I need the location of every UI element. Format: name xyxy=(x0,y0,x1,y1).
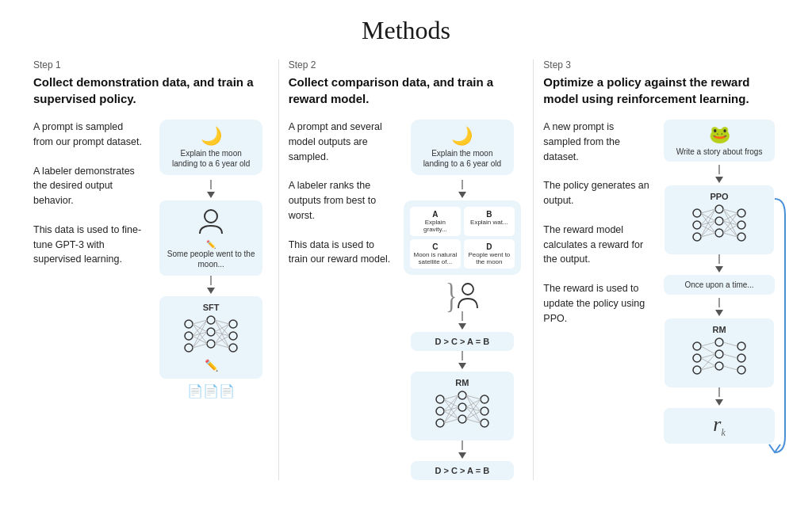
ppo-neural-svg xyxy=(688,201,751,245)
step2-text3: This data is used to train our reward mo… xyxy=(289,238,393,268)
svg-point-60 xyxy=(715,217,723,225)
step3-text4: The reward is used to update the policy … xyxy=(543,281,652,326)
svg-point-0 xyxy=(205,210,217,223)
pencil2-icon: ✏️ xyxy=(166,359,256,372)
svg-point-91 xyxy=(737,366,745,374)
arrow1 xyxy=(210,180,212,189)
arrow2 xyxy=(210,276,212,285)
grid-cell-b: B Explain wat... xyxy=(464,207,515,236)
svg-line-50 xyxy=(466,399,481,407)
step3-title: Optimize a policy against the reward mod… xyxy=(543,74,779,107)
svg-point-33 xyxy=(458,403,466,411)
step2-label: Step 2 xyxy=(289,59,524,71)
grid-cell-a: A Explain gravity... xyxy=(410,207,461,236)
svg-point-57 xyxy=(693,221,701,229)
step2-arrow3 xyxy=(462,351,463,360)
svg-point-31 xyxy=(436,419,444,427)
svg-point-30 xyxy=(436,407,444,415)
step3-ppo-card: PPO xyxy=(665,185,774,254)
step2-moon-icon: 🌙 xyxy=(419,126,506,147)
step3-prompt-card: 🐸 Write a story about frogs xyxy=(664,120,775,162)
step1-labeler-card: ✏️ Some people went to the moon... xyxy=(159,200,262,276)
svg-point-64 xyxy=(737,233,745,241)
svg-point-37 xyxy=(481,419,488,427)
svg-point-28 xyxy=(462,284,473,295)
svg-point-84 xyxy=(693,354,701,362)
brace-labeler-row: } xyxy=(446,281,479,310)
frog-icon: 🐸 xyxy=(672,124,767,145)
page-container: Methods Step 1 Collect demonstration dat… xyxy=(0,0,812,530)
pencil-icon: ✏️ xyxy=(166,240,256,249)
step1-text3: This data is used to fine-tune GPT-3 wit… xyxy=(33,223,146,267)
moon-icon: 🌙 xyxy=(167,126,255,147)
columns-container: Step 1 Collect demonstration data, and t… xyxy=(24,59,788,480)
step2-grid-card: A Explain gravity... B Explain wat... C … xyxy=(404,200,521,275)
step3-arrow2-head xyxy=(715,266,723,273)
ppo-label: PPO xyxy=(671,192,768,201)
svg-point-9 xyxy=(229,344,237,352)
step3-rm-card: RM xyxy=(665,318,774,387)
step1-text2: A labeler demonstrates the desired outpu… xyxy=(33,164,146,208)
svg-line-81 xyxy=(723,225,737,233)
step1-text1: A prompt is sampled from our prompt data… xyxy=(33,120,146,150)
svg-point-87 xyxy=(715,350,723,358)
step3-text1: A new prompt is sampled from the dataset… xyxy=(543,120,652,164)
svg-point-8 xyxy=(229,332,237,340)
svg-line-93 xyxy=(701,346,715,354)
step2-arrow1 xyxy=(462,180,463,189)
person-svg xyxy=(197,207,225,235)
step2-arrow3-head xyxy=(458,363,466,369)
svg-point-5 xyxy=(207,328,215,336)
step1-card1-text: Explain the moon landing to a 6 year old xyxy=(167,148,255,169)
svg-point-32 xyxy=(458,391,466,399)
svg-point-1 xyxy=(185,320,193,328)
step2-arrow4-head xyxy=(458,452,466,459)
step3-visual: 🐸 Write a story about frogs PPO xyxy=(660,120,779,447)
step3-text2: The policy generates an output. xyxy=(543,178,652,208)
step3-arrow1-head xyxy=(715,177,723,183)
sft-neural-svg xyxy=(179,312,243,356)
step3-arrow4 xyxy=(718,387,720,397)
step3-arrow4-head xyxy=(715,399,723,406)
step3-output-card: Once upon a time... xyxy=(664,275,775,295)
svg-point-6 xyxy=(207,340,215,348)
step2-person-svg xyxy=(457,281,479,310)
svg-point-89 xyxy=(737,342,745,350)
step2-arrow4 xyxy=(462,440,463,450)
page-title: Methods xyxy=(24,16,788,45)
step1-sft-card: SFT xyxy=(159,296,262,379)
step3-arrow1 xyxy=(718,165,720,174)
svg-point-35 xyxy=(481,395,488,403)
step3-rm-neural-svg xyxy=(688,334,751,378)
svg-line-54 xyxy=(466,411,481,419)
step2-text: A prompt and several model outputs are s… xyxy=(289,120,393,480)
step3-card1-text: Write a story about frogs xyxy=(672,147,767,157)
step3-text3: The reward model calculates a reward for… xyxy=(543,223,652,267)
step1-column: Step 1 Collect demonstration data, and t… xyxy=(24,59,279,480)
step1-content: A prompt is sampled from our prompt data… xyxy=(33,120,269,398)
svg-line-92 xyxy=(701,342,715,346)
svg-point-36 xyxy=(481,407,488,415)
step3-rk-card: rk xyxy=(664,408,775,444)
step2-prompt-card: 🌙 Explain the moon landing to a 6 year o… xyxy=(411,120,514,175)
svg-point-59 xyxy=(715,205,723,213)
step3-arrow2 xyxy=(718,254,720,264)
svg-point-2 xyxy=(185,332,193,340)
step1-visual: 🌙 Explain the moon landing to a 6 year o… xyxy=(154,120,269,398)
step3-rm-label: RM xyxy=(671,325,768,334)
svg-point-90 xyxy=(737,354,745,362)
step2-title: Collect comparison data, and train a rew… xyxy=(289,74,524,107)
step2-ranking1: D > C > A = B xyxy=(411,332,514,351)
step2-grid: A Explain gravity... B Explain wat... C … xyxy=(410,207,515,269)
svg-point-3 xyxy=(185,344,193,352)
step3-output-text: Once upon a time... xyxy=(672,280,767,290)
svg-point-83 xyxy=(693,342,701,350)
svg-point-85 xyxy=(693,366,701,374)
step2-arrow2 xyxy=(462,311,463,321)
arrow2-head xyxy=(207,288,215,294)
feedback-arrow-svg xyxy=(763,191,787,460)
svg-line-22 xyxy=(215,324,229,332)
svg-line-100 xyxy=(723,366,737,370)
step3-arrow3-head xyxy=(715,310,723,316)
svg-point-86 xyxy=(715,338,723,346)
